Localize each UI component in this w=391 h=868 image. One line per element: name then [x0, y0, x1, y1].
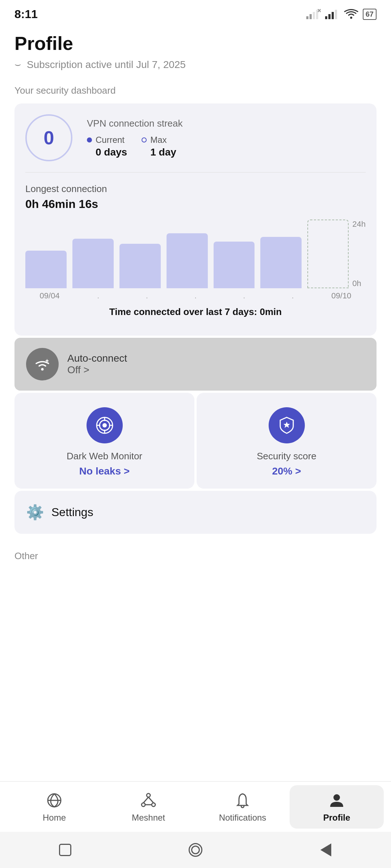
svg-rect-3 [316, 10, 318, 19]
longest-connection: Longest connection 0h 46min 16s 24h 0h 0… [25, 183, 366, 318]
svg-point-27 [333, 794, 340, 801]
auto-connect-icon [26, 348, 59, 380]
security-score-title: Security score [257, 451, 316, 462]
shield-star-icon [277, 416, 296, 435]
max-stat: Max 1 day [142, 135, 176, 158]
nav-item-notifications[interactable]: Notifications [196, 785, 290, 829]
subscription-chevron-icon: ⌣ [14, 59, 21, 71]
signal-icon2 [325, 9, 340, 19]
bottom-nav: Home Meshnet Notifications [0, 781, 391, 832]
home-icon [45, 791, 64, 810]
status-icons: 67 [306, 9, 377, 20]
bar-col-5 [260, 220, 302, 288]
dark-web-title: Dark Web Monitor [67, 451, 142, 462]
chart-y-labels: 24h 0h [352, 220, 366, 288]
max-label: Max [142, 135, 176, 145]
streak-stats: Current 0 days Max 1 day [87, 135, 366, 158]
time-connected-text: Time connected over last 7 days: 0min [25, 306, 366, 318]
recent-button[interactable] [315, 839, 337, 861]
chart-x-labels: 09/04.....09/10 [25, 291, 366, 301]
streak-number: 0 [44, 127, 54, 149]
bar-fill-2 [119, 244, 161, 289]
circle-inner [191, 846, 200, 854]
signal-icon [306, 9, 321, 19]
svg-rect-7 [328, 14, 331, 19]
bar-fill-1 [72, 239, 114, 288]
profile-icon [327, 791, 346, 810]
svg-rect-0 [306, 16, 308, 19]
y-label-bottom: 0h [352, 279, 366, 288]
main-content: Profile ⌣ Subscription active until Jul … [0, 25, 391, 543]
time-value: 0min [260, 306, 282, 317]
current-label: Current [87, 135, 127, 145]
nav-item-meshnet[interactable]: Meshnet [101, 785, 196, 829]
auto-connect-info: Auto-connect Off > [67, 353, 127, 376]
dashboard-card: 0 VPN connection streak Current 0 days [14, 103, 377, 336]
settings-label: Settings [51, 506, 93, 519]
bar-col-1 [72, 220, 114, 288]
dark-web-icon-circle [87, 407, 123, 443]
nav-label-profile: Profile [323, 813, 350, 823]
x-label-3: . [171, 291, 220, 301]
settings-card[interactable]: ⚙️ Settings [14, 491, 377, 534]
auto-connect-label: Auto-connect [67, 353, 127, 364]
dark-web-value[interactable]: No leaks > [79, 465, 130, 477]
security-score-value[interactable]: 20% > [272, 465, 301, 477]
svg-point-23 [152, 803, 155, 807]
dark-web-monitor-card[interactable]: Dark Web Monitor No leaks > [14, 393, 194, 489]
streak-info: VPN connection streak Current 0 days Max [87, 118, 366, 158]
svg-rect-1 [310, 14, 312, 19]
x-label-2: . [123, 291, 171, 301]
feature-row: Dark Web Monitor No leaks > Security sco… [14, 393, 377, 489]
page-title: Profile [14, 33, 377, 54]
svg-line-24 [143, 797, 148, 803]
current-stat: Current 0 days [87, 135, 127, 158]
x-label-0: 09/04 [25, 291, 74, 301]
x-label-4: . [220, 291, 268, 301]
svg-point-10 [350, 17, 352, 19]
nav-label-meshnet: Meshnet [132, 813, 165, 823]
home-button[interactable] [185, 839, 206, 861]
bar-fill-4 [214, 242, 255, 288]
security-score-card[interactable]: Security score 20% > [197, 393, 377, 489]
x-label-6: 09/10 [317, 291, 366, 301]
bar-col-6 [307, 220, 349, 288]
back-button[interactable] [54, 839, 76, 861]
svg-point-14 [102, 423, 107, 427]
auto-connect-banner[interactable]: Auto-connect Off > [14, 338, 377, 391]
meshnet-icon [139, 791, 158, 810]
dot-outline-icon [142, 137, 147, 142]
status-bar: 8:11 67 [0, 0, 391, 25]
streak-title: VPN connection streak [87, 118, 366, 129]
bar-col-0 [25, 220, 67, 288]
bar-col-4 [214, 220, 255, 288]
bar-col-2 [119, 220, 161, 288]
svg-point-11 [41, 368, 44, 371]
settings-gear-icon: ⚙️ [26, 504, 44, 521]
battery-icon: 67 [363, 9, 377, 20]
svg-rect-6 [325, 16, 327, 19]
system-nav [0, 832, 391, 868]
streak-circle: 0 [25, 114, 72, 161]
dot-filled-icon [87, 137, 92, 142]
svg-point-22 [142, 803, 145, 807]
bar-fill-0 [25, 251, 67, 289]
svg-rect-8 [332, 12, 334, 19]
notifications-icon [233, 791, 252, 810]
bar-chart [25, 220, 349, 288]
svg-point-21 [147, 793, 150, 797]
bar-fill-3 [167, 233, 208, 288]
wifi-icon [344, 9, 358, 20]
status-time: 8:11 [14, 8, 38, 21]
svg-rect-2 [313, 12, 315, 19]
x-label-1: . [74, 291, 122, 301]
longest-label: Longest connection [25, 183, 366, 195]
target-icon [95, 416, 114, 435]
vpn-streak-section: 0 VPN connection streak Current 0 days [25, 114, 366, 173]
nav-label-notifications: Notifications [219, 813, 266, 823]
nav-item-profile[interactable]: Profile [290, 785, 384, 829]
subscription-row: ⌣ Subscription active until Jul 7, 2025 [14, 59, 377, 71]
security-icon-circle [269, 407, 305, 443]
nav-label-home: Home [43, 813, 66, 823]
nav-item-home[interactable]: Home [7, 785, 101, 829]
